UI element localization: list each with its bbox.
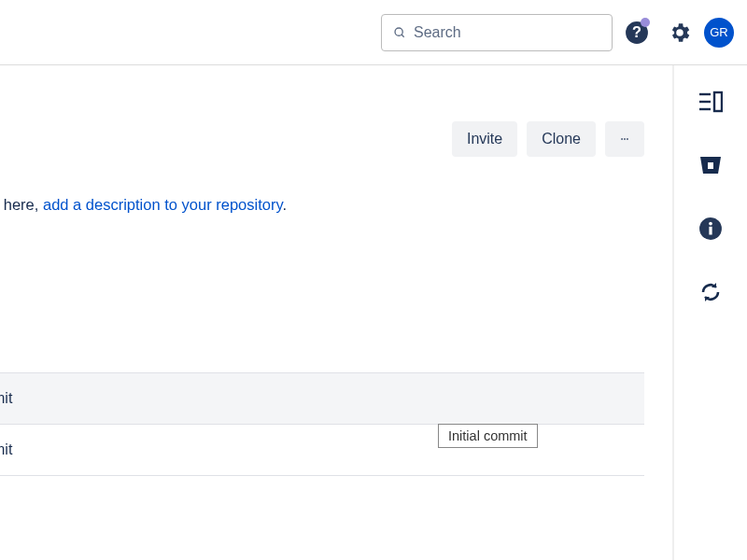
search-icon (393, 24, 406, 41)
svg-point-4 (621, 138, 623, 140)
file-row[interactable]: mit (0, 425, 644, 476)
invite-button[interactable]: Invite (452, 121, 517, 157)
svg-point-6 (627, 138, 628, 140)
svg-line-1 (402, 35, 404, 37)
settings-button[interactable] (661, 14, 698, 51)
right-sidebar (672, 65, 747, 560)
panel-icon (698, 91, 723, 113)
svg-text:?: ? (632, 23, 641, 40)
sidebar-item-sync[interactable] (691, 273, 730, 312)
svg-point-13 (709, 222, 712, 226)
svg-point-5 (624, 138, 626, 140)
user-avatar[interactable]: GR (704, 18, 734, 48)
svg-rect-10 (714, 92, 722, 111)
description-prefix: d here, (0, 196, 43, 213)
add-description-link[interactable]: add a description to your repository (43, 196, 283, 213)
search-input[interactable] (414, 24, 600, 41)
action-row: Invite Clone (0, 65, 672, 157)
info-icon (698, 217, 723, 241)
sync-icon (699, 281, 722, 303)
clone-button[interactable]: Clone (527, 121, 596, 157)
more-icon (620, 129, 629, 149)
main-content: Invite Clone d here, add a description t… (0, 65, 672, 560)
file-name-fragment: mit (0, 390, 12, 406)
sidebar-item-details[interactable] (691, 82, 730, 121)
svg-rect-11 (708, 162, 713, 169)
svg-point-0 (395, 28, 402, 35)
description-suffix: . (282, 196, 287, 213)
gear-icon (668, 21, 692, 45)
bucket-icon (698, 154, 723, 176)
help-button[interactable]: ? (618, 14, 655, 51)
search-box[interactable] (381, 14, 613, 51)
sidebar-item-source[interactable] (691, 146, 730, 185)
notification-dot (641, 18, 650, 27)
file-name-fragment: mit (0, 441, 12, 457)
tooltip: Initial commit (438, 424, 538, 448)
file-row[interactable]: mit (0, 372, 644, 425)
more-actions-button[interactable] (605, 121, 644, 157)
description-line: d here, add a description to your reposi… (0, 157, 672, 214)
files-list: mit mit (0, 372, 644, 476)
svg-rect-14 (709, 227, 712, 235)
top-bar: ? GR (0, 0, 747, 65)
sidebar-item-info[interactable] (691, 209, 730, 248)
